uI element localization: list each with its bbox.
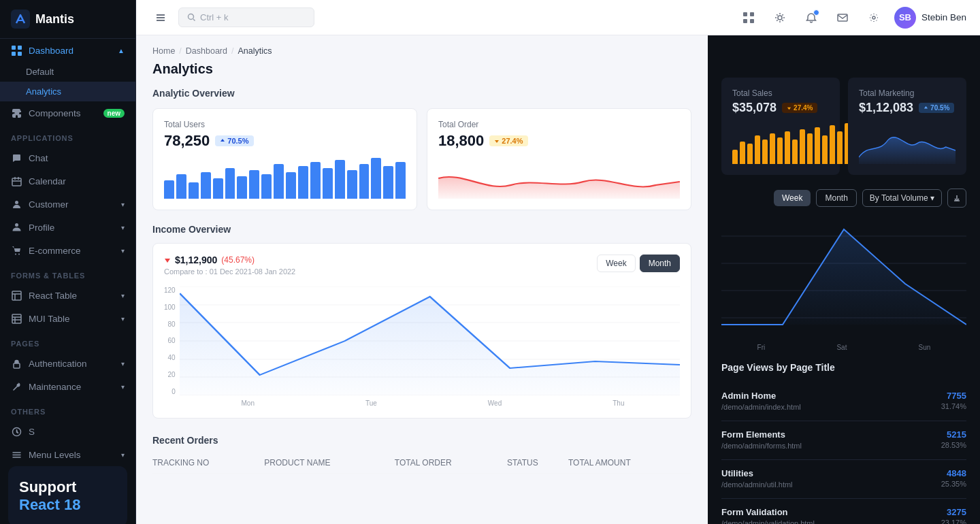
calendar-icon	[11, 176, 22, 186]
sidebar-item-authentication[interactable]: Authentication ▾	[0, 352, 135, 375]
chevron-down-mui-icon: ▾	[121, 315, 125, 323]
page-view-pct-2: 28.53%	[941, 441, 966, 449]
chevron-up-icon: ▲	[118, 47, 125, 54]
page-view-utilities: Utilities 4848 /demo/admin/util.html 25.…	[721, 460, 966, 499]
breadcrumb-current: Analytics	[238, 46, 272, 56]
sample-label: S	[29, 427, 35, 437]
month-dark-button[interactable]: Month	[816, 189, 856, 207]
dark-stat-cards: Total Sales $35,078 27.4%	[708, 35, 980, 189]
download-button[interactable]	[947, 189, 966, 208]
svg-rect-4	[18, 52, 22, 56]
sidebar-item-components[interactable]: Components new	[0, 101, 135, 125]
col-status: STATUS	[507, 453, 568, 474]
week-dark-button[interactable]: Week	[774, 190, 811, 206]
total-marketing-badge: 70.5%	[919, 103, 954, 113]
sidebar-item-profile[interactable]: Profile ▾	[0, 216, 135, 239]
total-order-chart	[438, 158, 680, 199]
total-order-label: Total Order	[438, 120, 680, 129]
notifications-button[interactable]	[800, 7, 822, 29]
menu-levels-label: Menu Levels	[29, 450, 81, 460]
total-marketing-label: Total Marketing	[859, 88, 956, 98]
sidebar-item-analytics[interactable]: Analytics	[0, 82, 135, 101]
sidebar-item-customer[interactable]: Customer ▾	[0, 193, 135, 216]
wrench-icon	[11, 381, 22, 392]
user-name-label: Stebin Ben	[921, 12, 966, 22]
total-users-badge: 70.5%	[215, 135, 253, 146]
user-avatar[interactable]: SB Stebin Ben	[894, 7, 966, 29]
recent-orders-section: Recent Orders TRACKING NO PRODUCT NAME T…	[136, 424, 708, 474]
react-table-label: React Table	[29, 291, 77, 301]
total-marketing-chart	[859, 123, 956, 164]
week-button[interactable]: Week	[597, 255, 635, 272]
svg-rect-20	[838, 14, 847, 21]
settings-button[interactable]	[863, 7, 885, 29]
chevron-down-react-table-icon: ▾	[121, 292, 125, 299]
total-users-label: Total Users	[164, 120, 406, 129]
page-view-count-1: 7755	[947, 391, 966, 401]
sidebar-item-dashboard[interactable]: Dashboard ▲	[0, 39, 135, 62]
income-section: Income Overview $1,12,900 (45.67%) Compa…	[136, 224, 708, 424]
theme-button[interactable]	[769, 7, 791, 29]
breadcrumb-home[interactable]: Home	[152, 46, 175, 56]
support-banner[interactable]: Support React 18	[8, 466, 127, 524]
col-tracking: TRACKING NO	[152, 453, 264, 474]
lock-icon	[11, 358, 22, 369]
sidebar-item-mui-table[interactable]: MUI Table ▾	[0, 307, 135, 330]
apps-button[interactable]	[738, 7, 760, 29]
svg-rect-18	[750, 19, 754, 23]
col-product: PRODUCT NAME	[264, 453, 395, 474]
sidebar-item-react-table[interactable]: React Table ▾	[0, 284, 135, 307]
total-order-badge: 27.4%	[489, 135, 527, 146]
sidebar-logo[interactable]: Mantis	[0, 0, 135, 39]
page-view-name-1: Admin Home	[721, 391, 776, 401]
sidebar-item-menu-levels[interactable]: Menu Levels ▾	[0, 443, 135, 466]
sidebar-item-default[interactable]: Default	[0, 62, 135, 82]
breadcrumb: Home / Dashboard / Analytics	[136, 35, 708, 59]
sidebar-item-maintenance[interactable]: Maintenance ▾	[0, 375, 135, 398]
chevron-down-menu-icon: ▾	[121, 451, 125, 459]
total-sales-value: $35,078	[732, 101, 777, 115]
sidebar: Mantis Dashboard ▲ Default Analytics Com…	[0, 0, 136, 524]
income-compare: Compare to : 01 Dec 2021-08 Jan 2022	[164, 267, 295, 276]
sidebar-item-sample-page[interactable]: S	[0, 420, 135, 443]
svg-rect-10	[12, 291, 21, 300]
search-icon	[187, 13, 196, 22]
sidebar-item-chat[interactable]: Chat	[0, 146, 135, 169]
topbar: Ctrl + k SB	[136, 0, 980, 35]
page-view-name-2: Form Elements	[721, 429, 785, 440]
page-view-name-4: Form Validation	[721, 507, 788, 517]
light-panel: Home / Dashboard / Analytics Analytics A…	[136, 35, 708, 524]
volume-dropdown[interactable]: By Total Volume ▾	[862, 189, 942, 207]
svg-point-14	[189, 14, 194, 20]
calendar-label: Calendar	[29, 176, 66, 186]
recent-orders-title: Recent Orders	[152, 435, 691, 446]
svg-point-7	[15, 223, 18, 227]
mail-button[interactable]	[832, 7, 853, 29]
page-view-pct-3: 25.35%	[941, 480, 966, 488]
search-box[interactable]: Ctrl + k	[178, 7, 314, 27]
dashboard-label: Dashboard	[29, 46, 74, 56]
page-view-form-elements: Form Elements 5215 /demo/admin/forms.htm…	[721, 421, 966, 460]
svg-rect-5	[12, 178, 21, 186]
x-axis: MonTueWedThu	[164, 395, 680, 407]
new-badge: new	[103, 109, 125, 118]
app-name: Mantis	[35, 12, 74, 27]
svg-rect-15	[743, 12, 747, 16]
svg-point-21	[872, 16, 875, 19]
month-button[interactable]: Month	[640, 255, 680, 272]
two-tone-content: Home / Dashboard / Analytics Analytics A…	[136, 35, 980, 524]
user-icon	[11, 199, 22, 210]
breadcrumb-dashboard[interactable]: Dashboard	[186, 46, 227, 56]
col-total-amount: TOTAL AMOUNT	[568, 453, 691, 474]
svg-rect-1	[12, 46, 16, 50]
svg-rect-3	[12, 52, 16, 56]
svg-rect-17	[743, 19, 747, 23]
applications-section-label: Applications	[0, 125, 135, 146]
svg-point-19	[778, 16, 782, 20]
col-total-order: TOTAL ORDER	[395, 453, 507, 474]
mantis-logo-icon	[11, 10, 30, 29]
sidebar-toggle-button[interactable]	[150, 7, 172, 29]
sidebar-item-ecommerce[interactable]: E-commerce ▾	[0, 239, 135, 262]
sidebar-item-calendar[interactable]: Calendar	[0, 169, 135, 193]
topbar-left: Ctrl + k	[150, 7, 730, 29]
